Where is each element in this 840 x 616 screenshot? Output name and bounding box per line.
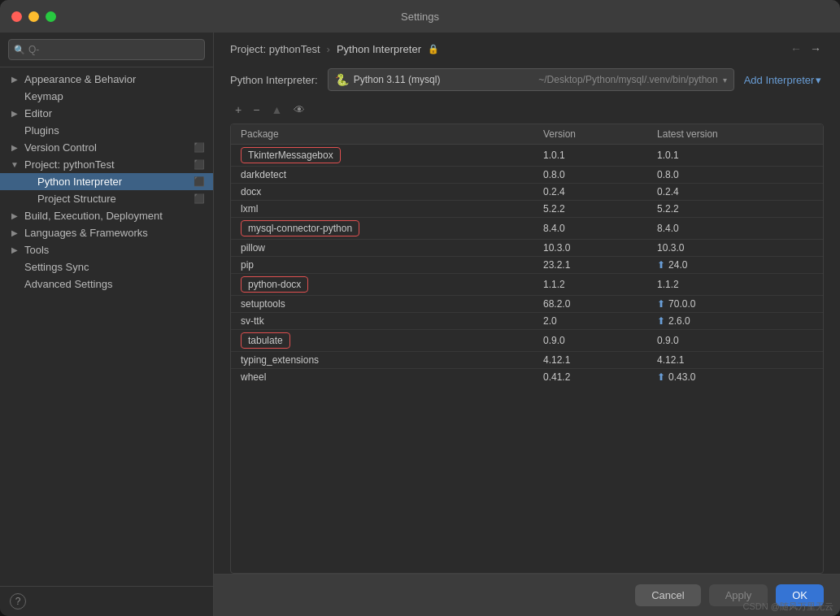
- chevron-down-icon: ▼: [10, 160, 20, 169]
- sidebar-item-label: Python Interpreter: [37, 176, 122, 188]
- sidebar-item-plugins[interactable]: Plugins: [0, 122, 213, 139]
- sidebar-item-build-execution[interactable]: ▶ Build, Execution, Deployment: [0, 207, 213, 224]
- sidebar-item-label: Keymap: [24, 90, 63, 102]
- back-arrow-button[interactable]: ←: [788, 42, 804, 55]
- page-icon: ⬛: [194, 142, 205, 153]
- search-wrapper: 🔍: [8, 39, 205, 60]
- breadcrumb-separator: ›: [327, 43, 330, 55]
- sidebar-item-label: Editor: [24, 107, 52, 119]
- eye-button[interactable]: 👁: [289, 101, 310, 119]
- sidebar-item-label: Project: pythonTest: [24, 158, 115, 171]
- remove-package-button[interactable]: −: [248, 101, 264, 119]
- sidebar-item-label: Tools: [24, 244, 49, 256]
- dropdown-chevron-icon: ▾: [723, 76, 727, 85]
- packages-table: Package Version Latest version TkinterMe…: [231, 124, 823, 385]
- interpreter-path: ~/Desktop/Python/mysql/.venv/bin/python: [538, 74, 717, 85]
- package-version-cell: 8.4.0: [533, 218, 647, 240]
- package-latest-cell: ⬆2.6.0: [647, 313, 823, 330]
- table-row[interactable]: typing_extensions4.12.14.12.1: [231, 352, 823, 369]
- chevron-right-icon: ▶: [10, 228, 20, 237]
- update-icon: ⬆: [657, 315, 665, 327]
- forward-arrow-button[interactable]: →: [807, 42, 824, 55]
- sidebar-item-tools[interactable]: ▶ Tools: [0, 241, 213, 258]
- interpreter-label: Python Interpreter:: [230, 74, 318, 86]
- table-row[interactable]: mysql-connector-python8.4.08.4.0: [231, 218, 823, 240]
- package-name-cell: typing_extensions: [231, 352, 533, 369]
- sidebar-item-keymap[interactable]: Keymap: [0, 88, 213, 105]
- content-area: Project: pythonTest › Python Interpreter…: [214, 33, 840, 616]
- sidebar: 🔍 ▶ Appearance & Behavior Keymap ▶: [0, 33, 214, 616]
- package-name-cell: python-docx: [231, 274, 533, 296]
- package-version-cell: 5.2.2: [533, 201, 647, 218]
- package-name-cell: sv-ttk: [231, 313, 533, 330]
- close-button[interactable]: [11, 11, 22, 22]
- up-package-button[interactable]: ▲: [266, 101, 287, 119]
- page-icon: ⬛: [194, 176, 205, 187]
- window-title: Settings: [401, 11, 439, 23]
- sidebar-bottom: ?: [0, 586, 213, 616]
- package-name-cell: TkinterMessagebox: [231, 145, 533, 167]
- sidebar-item-languages-frameworks[interactable]: ▶ Languages & Frameworks: [0, 224, 213, 241]
- table-row[interactable]: docx0.2.40.2.4: [231, 184, 823, 201]
- sidebar-item-project-structure[interactable]: Project Structure ⬛: [0, 190, 213, 207]
- package-latest-cell: 4.12.1: [647, 352, 823, 369]
- chevron-right-icon: ▶: [10, 245, 20, 254]
- page-icon: ⬛: [194, 159, 205, 170]
- table-row[interactable]: wheel0.41.2⬆0.43.0: [231, 369, 823, 386]
- package-version-cell: 23.2.1: [533, 257, 647, 274]
- minimize-button[interactable]: [28, 11, 39, 22]
- col-version-header: Version: [533, 124, 647, 145]
- cancel-button[interactable]: Cancel: [635, 584, 700, 606]
- table-row[interactable]: darkdetect0.8.00.8.0: [231, 167, 823, 184]
- dropdown-chevron-icon: ▾: [816, 74, 821, 86]
- interpreter-bar: Python Interpreter: 🐍 Python 3.11 (mysql…: [214, 62, 840, 101]
- add-interpreter-label: Add Interpreter: [744, 74, 815, 86]
- package-version-cell: 1.0.1: [533, 145, 647, 167]
- table-row[interactable]: pip23.2.1⬆24.0: [231, 257, 823, 274]
- titlebar: Settings: [0, 0, 840, 33]
- package-name-cell: wheel: [231, 369, 533, 386]
- sidebar-item-version-control[interactable]: ▶ Version Control ⬛: [0, 139, 213, 156]
- sidebar-item-advanced-settings[interactable]: Advanced Settings: [0, 275, 213, 293]
- help-button[interactable]: ?: [10, 593, 26, 609]
- table-row[interactable]: lxml5.2.25.2.2: [231, 201, 823, 218]
- package-version-cell: 1.1.2: [533, 274, 647, 296]
- table-row[interactable]: setuptools68.2.0⬆70.0.0: [231, 296, 823, 313]
- table-row[interactable]: tabulate0.9.00.9.0: [231, 330, 823, 352]
- table-row[interactable]: pillow10.3.010.3.0: [231, 240, 823, 257]
- search-input[interactable]: [8, 39, 205, 60]
- table-row[interactable]: sv-ttk2.0⬆2.6.0: [231, 313, 823, 330]
- col-latest-header: Latest version: [647, 124, 823, 145]
- lock-icon: 🔒: [428, 44, 439, 54]
- package-name-cell: darkdetect: [231, 167, 533, 184]
- col-package-header: Package: [231, 124, 533, 145]
- update-icon: ⬆: [657, 371, 665, 383]
- chevron-right-icon: ▶: [10, 211, 20, 220]
- interpreter-select-dropdown[interactable]: 🐍 Python 3.11 (mysql) ~/Desktop/Python/m…: [328, 68, 734, 91]
- package-version-cell: 10.3.0: [533, 240, 647, 257]
- maximize-button[interactable]: [46, 11, 56, 22]
- table-row[interactable]: python-docx1.1.21.1.2: [231, 274, 823, 296]
- sidebar-item-appearance[interactable]: ▶ Appearance & Behavior: [0, 71, 213, 88]
- package-latest-cell: 1.1.2: [647, 274, 823, 296]
- add-interpreter-button[interactable]: Add Interpreter ▾: [744, 74, 822, 86]
- packages-tbody: TkinterMessagebox1.0.11.0.1darkdetect0.8…: [231, 145, 823, 386]
- package-version-cell: 0.41.2: [533, 369, 647, 386]
- page-icon: ⬛: [194, 193, 205, 204]
- python-emoji-icon: 🐍: [335, 73, 349, 86]
- sidebar-item-settings-sync[interactable]: Settings Sync: [0, 258, 213, 275]
- sidebar-item-editor[interactable]: ▶ Editor: [0, 105, 213, 122]
- sidebar-item-python-interpreter[interactable]: Python Interpreter ⬛: [0, 173, 213, 190]
- add-package-button[interactable]: +: [230, 101, 246, 119]
- table-row[interactable]: TkinterMessagebox1.0.11.0.1: [231, 145, 823, 167]
- interpreter-name: Python 3.11 (mysql): [354, 74, 534, 85]
- packages-table-container[interactable]: Package Version Latest version TkinterMe…: [230, 124, 824, 574]
- package-name-cell: mysql-connector-python: [231, 218, 533, 240]
- breadcrumb-project: Project: pythonTest: [230, 43, 320, 55]
- search-icon: 🔍: [14, 45, 25, 55]
- search-bar: 🔍: [0, 33, 213, 67]
- package-latest-cell: 0.9.0: [647, 330, 823, 352]
- package-version-cell: 2.0: [533, 313, 647, 330]
- package-version-cell: 68.2.0: [533, 296, 647, 313]
- sidebar-item-project-pythontest[interactable]: ▼ Project: pythonTest ⬛: [0, 156, 213, 173]
